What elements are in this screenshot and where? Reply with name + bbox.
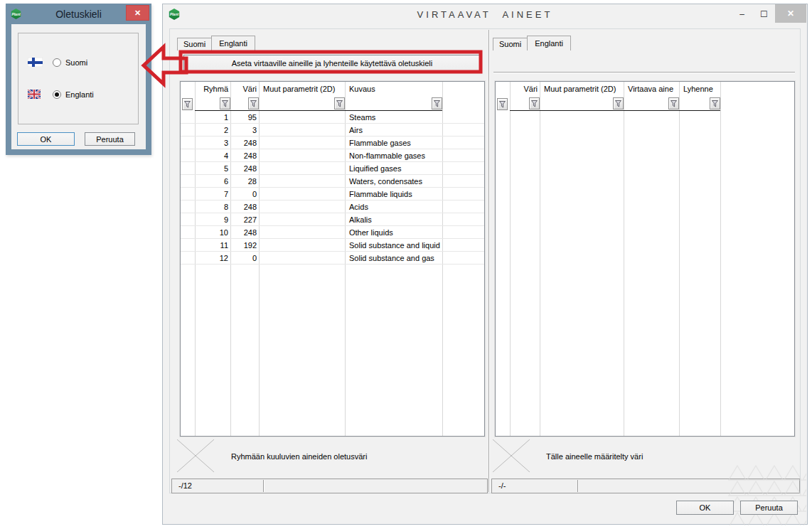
radio-suomi[interactable] bbox=[53, 58, 61, 67]
dialog-cancel-button[interactable]: Peruuta bbox=[85, 132, 135, 146]
table-cell: 6 bbox=[195, 176, 230, 187]
table-row[interactable]: 8248Acids bbox=[181, 201, 484, 213]
table-row[interactable]: 9227Alkalis bbox=[181, 213, 484, 226]
column-header[interactable]: Väri bbox=[230, 85, 259, 93]
screen: { "colors": { "annotation_red": "#d2232a… bbox=[0, 0, 812, 529]
option-row-suomi[interactable]: Suomi bbox=[18, 58, 138, 68]
left-tab-suomi[interactable]: Suomi bbox=[177, 38, 212, 50]
table-row[interactable]: 5248Liquified gases bbox=[181, 162, 484, 175]
window-title: VIRTAAVAT AINEET bbox=[163, 9, 807, 20]
table-cell: Other liquids bbox=[345, 227, 442, 238]
filter-icon[interactable] bbox=[432, 97, 442, 109]
table-row[interactable]: 195Steams bbox=[181, 111, 484, 124]
table-row[interactable]: 70Flammable liquids bbox=[181, 188, 484, 201]
ok-button[interactable]: OK bbox=[676, 501, 734, 515]
table-cell: 248 bbox=[230, 201, 259, 213]
close-button[interactable]: ✕ bbox=[775, 4, 806, 23]
radio-label-englanti[interactable]: Englanti bbox=[65, 90, 94, 99]
finland-flag-icon bbox=[28, 58, 43, 68]
caption-controls: – ☐ ✕ bbox=[731, 4, 806, 23]
filter-icon[interactable] bbox=[248, 97, 259, 109]
table-row[interactable]: 4248Non-flammable gases bbox=[181, 149, 484, 162]
left-table-header: Ryhmä Väri Muut parametrit (2D) Kuvaus bbox=[181, 82, 484, 96]
table-cell: 2 bbox=[195, 124, 230, 136]
filter-input[interactable] bbox=[230, 96, 259, 111]
table-row[interactable]: 120Solid substance and gas bbox=[181, 252, 484, 264]
right-status-count: -/- bbox=[498, 481, 506, 490]
table-cell: 8 bbox=[195, 201, 230, 213]
left-panel-tabs: Suomi Englanti bbox=[177, 33, 255, 50]
column-header[interactable]: Kuvaus bbox=[345, 85, 442, 93]
table-cell: 248 bbox=[230, 137, 259, 149]
option-row-englanti[interactable]: Englanti bbox=[18, 90, 138, 100]
filter-input[interactable] bbox=[540, 96, 624, 111]
right-tab-englanti[interactable]: Englanti bbox=[527, 36, 571, 50]
table-cell: 3 bbox=[195, 137, 230, 149]
filter-input[interactable] bbox=[259, 96, 345, 111]
table-cell: 248 bbox=[230, 227, 259, 238]
filter-input[interactable] bbox=[195, 96, 230, 111]
filter-input[interactable] bbox=[345, 96, 442, 111]
main-window: Plant VIRTAAVAT AINEET – ☐ ✕ Suomi Engla… bbox=[162, 4, 808, 525]
table-cell: 4 bbox=[195, 150, 230, 161]
table-row[interactable]: 10248Other liquids bbox=[181, 226, 484, 239]
table-cell: 248 bbox=[230, 150, 259, 161]
filter-input[interactable] bbox=[624, 96, 679, 111]
filter-icon[interactable] bbox=[220, 97, 230, 109]
column-header[interactable]: Muut parametrit (2D) bbox=[259, 85, 345, 93]
dialog-body: Suomi Englanti O bbox=[11, 24, 146, 149]
table-row[interactable]: 628Waters, condensates bbox=[181, 175, 484, 188]
table-cell: Flammable liquids bbox=[345, 188, 442, 200]
maximize-button[interactable]: ☐ bbox=[753, 4, 775, 23]
cancel-button[interactable]: Peruuta bbox=[740, 501, 798, 515]
table-cell: Non-flammable gases bbox=[345, 150, 442, 161]
filter-input[interactable] bbox=[679, 96, 720, 111]
dialog-close-button[interactable]: ✕ bbox=[126, 5, 149, 21]
table-cell: 95 bbox=[230, 112, 259, 123]
table-cell: Alkalis bbox=[345, 214, 442, 225]
table-row[interactable]: 3248Flammable gases bbox=[181, 137, 484, 149]
main-titlebar[interactable]: Plant VIRTAAVAT AINEET – ☐ ✕ bbox=[163, 4, 807, 25]
table-cell: Flammable gases bbox=[345, 137, 442, 149]
table-row[interactable]: 11192Solid substance and liquid bbox=[181, 239, 484, 252]
table-cell: 7 bbox=[195, 188, 230, 200]
left-tab-englanti[interactable]: Englanti bbox=[211, 36, 255, 50]
dialog-ok-button[interactable]: OK bbox=[17, 132, 75, 146]
filter-input[interactable] bbox=[510, 96, 540, 111]
radio-englanti[interactable] bbox=[53, 90, 61, 99]
left-status-bar: -/12 bbox=[171, 479, 488, 493]
column-header[interactable]: Ryhmä bbox=[195, 85, 230, 93]
left-status-count: -/12 bbox=[178, 481, 192, 490]
table-cell: 3 bbox=[230, 124, 259, 136]
minimize-button[interactable]: – bbox=[731, 4, 753, 23]
column-header[interactable]: Väri bbox=[510, 85, 540, 93]
table-cell: Steams bbox=[345, 112, 442, 123]
table-cell: Liquified gases bbox=[345, 163, 442, 174]
table-cell: 192 bbox=[230, 240, 259, 251]
filter-icon[interactable] bbox=[182, 98, 193, 110]
right-swatch-label: Tälle aineelle määritelty väri bbox=[546, 452, 643, 461]
table-row[interactable]: 23Airs bbox=[181, 124, 484, 137]
substance-color-swatch bbox=[493, 439, 530, 472]
filter-icon[interactable] bbox=[334, 97, 345, 109]
filter-icon[interactable] bbox=[529, 97, 540, 109]
column-header[interactable]: Virtaava aine bbox=[624, 85, 679, 93]
left-table[interactable]: Ryhmä Väri Muut parametrit (2D) Kuvaus bbox=[180, 81, 485, 437]
filter-icon[interactable] bbox=[497, 98, 508, 110]
right-table[interactable]: Väri Muut parametrit (2D) Virtaava aine … bbox=[495, 81, 795, 437]
column-header[interactable]: Muut parametrit (2D) bbox=[540, 85, 624, 93]
table-cell: 9 bbox=[195, 214, 230, 225]
filter-icon[interactable] bbox=[613, 97, 624, 109]
table-cell: 0 bbox=[230, 252, 259, 264]
table-cell: Acids bbox=[345, 201, 442, 213]
right-tab-suomi[interactable]: Suomi bbox=[493, 38, 528, 50]
filter-icon[interactable] bbox=[710, 97, 720, 109]
set-default-language-button[interactable]: Aseta virtaaville aineille ja lyhenteill… bbox=[183, 55, 481, 72]
column-header[interactable]: Lyhenne bbox=[679, 85, 720, 93]
left-swatch-label: Ryhmään kuuluvien aineiden oletusväri bbox=[231, 452, 367, 461]
language-dialog: Plant Oletuskieli ✕ Suomi bbox=[6, 4, 151, 155]
filter-icon[interactable] bbox=[668, 97, 679, 109]
watermark bbox=[728, 465, 806, 527]
radio-label-suomi[interactable]: Suomi bbox=[65, 58, 87, 67]
dialog-titlebar[interactable]: Plant Oletuskieli ✕ bbox=[6, 4, 151, 24]
